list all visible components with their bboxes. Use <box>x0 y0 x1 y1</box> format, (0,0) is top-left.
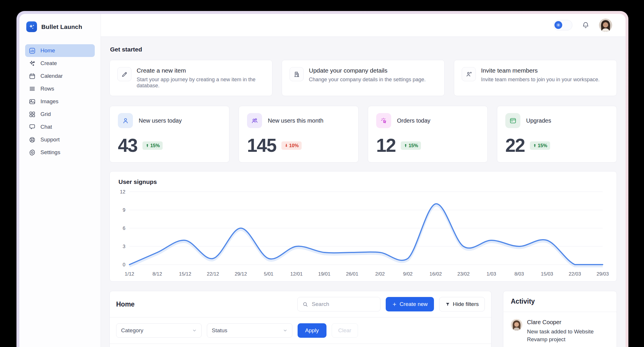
create-new-button[interactable]: Create new <box>386 297 434 311</box>
svg-text:6: 6 <box>123 226 125 231</box>
svg-text:15/12: 15/12 <box>179 271 191 277</box>
bell-icon <box>582 21 590 29</box>
sidebar-item-rows[interactable]: Rows <box>25 82 95 95</box>
activity-item[interactable]: Clare CooperNew task added to Website Re… <box>511 319 609 347</box>
main-content: Get started Create a new itemStart your … <box>101 37 626 347</box>
svg-text:3: 3 <box>123 244 125 249</box>
rows-icon <box>29 85 36 93</box>
svg-text:16/02: 16/02 <box>430 271 442 277</box>
cursor-click-icon <box>376 113 391 128</box>
trend-up-icon <box>404 143 408 147</box>
sun-icon <box>554 21 562 29</box>
stat-value: 22 <box>505 136 525 155</box>
svg-text:26/01: 26/01 <box>346 271 359 277</box>
svg-text:2/02: 2/02 <box>375 271 385 277</box>
get-started-card-update-your-company-details[interactable]: Update your company detailsChange your c… <box>282 60 445 96</box>
svg-text:19/01: 19/01 <box>318 271 331 277</box>
search-icon <box>302 301 308 307</box>
activity-user-name: Clare Cooper <box>527 319 609 326</box>
apply-button[interactable]: Apply <box>298 323 326 338</box>
stat-label: Upgrades <box>526 117 551 124</box>
get-started-card-create-a-new-item[interactable]: Create a new itemStart your app journey … <box>110 60 272 96</box>
sidebar-item-settings[interactable]: Settings <box>25 146 95 159</box>
brand-name: Bullet Launch <box>41 23 82 30</box>
stat-label: New users this month <box>268 117 323 124</box>
stat-cards: New users today4315%New users this month… <box>110 106 617 163</box>
svg-text:5/01: 5/01 <box>264 271 273 277</box>
main-area: Get started Create a new itemStart your … <box>101 14 626 347</box>
avatar <box>511 319 522 331</box>
theme-toggle[interactable] <box>553 20 572 30</box>
sidebar-item-home[interactable]: Home <box>25 44 95 57</box>
sidebar-item-label: Rows <box>40 86 54 92</box>
svg-text:8/12: 8/12 <box>153 271 162 277</box>
sidebar-item-label: Create <box>40 60 57 67</box>
trend-up-icon <box>533 143 537 147</box>
credit-card-icon <box>505 113 520 128</box>
svg-text:8/03: 8/03 <box>514 271 524 277</box>
trend-down-icon <box>284 143 288 147</box>
search-box[interactable] <box>297 297 381 311</box>
status-select[interactable]: Status <box>207 323 292 338</box>
activity-list: Clare CooperNew task added to Website Re… <box>503 312 617 347</box>
user-avatar[interactable] <box>599 19 612 32</box>
chart-plot: 0369121/128/1215/1222/1229/125/0112/0119… <box>114 187 612 280</box>
plus-icon <box>392 302 397 307</box>
user-icon <box>118 113 133 128</box>
stat-value: 12 <box>376 136 396 155</box>
activity-text: New task added to Website Revamp project <box>527 328 609 344</box>
pencil-icon <box>117 67 131 81</box>
chart-square-icon <box>29 47 36 54</box>
svg-text:9/02: 9/02 <box>403 271 413 277</box>
get-started-card-invite-team-members[interactable]: Invite team membersInvite team members t… <box>454 60 617 96</box>
calendar-icon <box>29 73 36 80</box>
chevron-down-icon <box>283 328 287 333</box>
brand-sparkles-icon <box>26 21 37 32</box>
trend-badge: 15% <box>401 141 421 150</box>
stat-value: 145 <box>247 136 276 155</box>
sidebar-item-chat[interactable]: Chat <box>25 121 95 133</box>
sidebar-item-label: Chat <box>40 124 52 130</box>
bullet-launch-app: Bullet Launch HomeCreateCalendarRowsImag… <box>19 14 626 347</box>
table-column-headers: Project nameCategoryStatus <box>110 344 491 347</box>
sidebar-item-images[interactable]: Images <box>25 95 95 108</box>
stat-card-upgrades: Upgrades2215% <box>497 106 617 163</box>
user-plus-icon <box>462 67 476 81</box>
sidebar-item-calendar[interactable]: Calendar <box>25 70 95 82</box>
card-description: Start your app journey by creating a new… <box>137 77 265 89</box>
card-title: Create a new item <box>137 67 265 74</box>
chart-title: User signups <box>118 178 612 185</box>
notifications-button[interactable] <box>582 21 590 29</box>
get-started-title: Get started <box>110 46 617 53</box>
stat-label: Orders today <box>397 117 430 124</box>
funnel-icon <box>445 302 450 307</box>
category-select[interactable]: Category <box>116 323 202 338</box>
sidebar-item-support[interactable]: Support <box>25 133 95 146</box>
search-input[interactable] <box>311 301 376 308</box>
user-signups-line-chart: 0369121/128/1215/1222/1229/125/0112/0119… <box>114 187 612 278</box>
svg-text:12/01: 12/01 <box>290 271 303 277</box>
sidebar-item-grid[interactable]: Grid <box>25 108 95 121</box>
svg-text:12: 12 <box>120 189 125 195</box>
table-title: Home <box>116 300 292 308</box>
users-icon <box>247 113 262 128</box>
sidebar-item-label: Settings <box>40 149 60 156</box>
stat-value: 43 <box>118 136 137 155</box>
projects-table-card: Home <box>110 291 491 347</box>
card-title: Update your company details <box>309 67 426 74</box>
svg-text:29/03: 29/03 <box>597 271 609 277</box>
svg-text:9: 9 <box>123 207 125 213</box>
stat-card-orders-today: Orders today1215% <box>368 106 488 163</box>
trend-badge: 10% <box>281 141 302 150</box>
sidebar-item-create[interactable]: Create <box>25 57 95 70</box>
grid-icon <box>29 111 36 118</box>
sidebar-nav: HomeCreateCalendarRowsImagesGridChatSupp… <box>25 44 95 159</box>
hide-filters-button[interactable]: Hide filters <box>439 297 485 311</box>
trend-badge: 15% <box>530 141 550 150</box>
card-title: Invite team members <box>481 67 600 74</box>
app-window: Bullet Launch HomeCreateCalendarRowsImag… <box>16 11 628 347</box>
stat-label: New users today <box>139 117 182 124</box>
chat-icon <box>29 123 36 131</box>
clear-button[interactable]: Clear <box>332 323 358 338</box>
gear-icon <box>29 149 36 156</box>
